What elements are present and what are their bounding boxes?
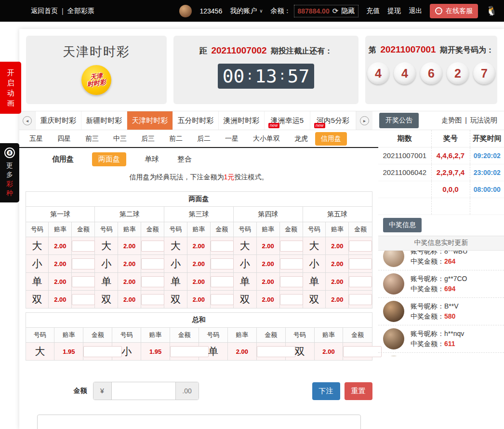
lottery-tab-3[interactable]: 天津时时彩 [127, 111, 173, 130]
draw-time: 09:20:02 [470, 147, 504, 164]
bet-amount-input[interactable] [349, 241, 372, 252]
bet-amount-input[interactable] [349, 276, 372, 287]
lottery-tab-7[interactable]: 河内5分彩new [310, 111, 356, 130]
trend-chart-link[interactable]: 走势图 [441, 116, 462, 125]
winners-subtitle: 中奖信息实时更新 [378, 236, 504, 251]
bet-amount-input[interactable] [141, 241, 164, 252]
play-tab-11[interactable]: 信用盘 [315, 132, 347, 146]
mode-tab-1[interactable]: 两面盘 [92, 152, 126, 166]
winner-name-label: 账号昵称： [411, 275, 444, 282]
bet-amount-input[interactable] [141, 276, 164, 287]
ball-header: 第五球 [303, 207, 372, 222]
home-link[interactable]: 返回首页 [31, 7, 58, 15]
play-tab-7[interactable]: 后二 [190, 133, 218, 145]
play-tab-8[interactable]: 一星 [218, 133, 246, 145]
bet-amount-input[interactable] [280, 276, 303, 287]
bet-amount-input[interactable] [72, 241, 95, 252]
online-service-button[interactable]: ⋯ 在线客服 [430, 4, 478, 18]
bet-odds: 2.00 [187, 273, 210, 291]
bet-option: 双 [26, 291, 49, 308]
play-tab-6[interactable]: 前二 [162, 133, 190, 145]
winners-info-button[interactable]: 中奖信息 [383, 218, 422, 232]
main-panel: 天津时时彩 天津 时时彩 距 20211007002 期投注截止还有： 00 :… [19, 29, 504, 429]
all-lottery-link[interactable]: 全部彩票 [67, 7, 94, 15]
bet-odds: 2.00 [314, 343, 343, 361]
draw-announcement-button[interactable]: 开奖公告 [379, 113, 419, 128]
bet-amount-input[interactable] [343, 346, 382, 357]
bet-row: 大1.95小1.95单2.00双2.00 [26, 343, 372, 361]
tabs-scroll-right-button[interactable]: ▸ [356, 111, 372, 130]
lottery-tab-6[interactable]: 澳洲幸运5new [265, 111, 310, 130]
play-tab-10[interactable]: 龙虎 [287, 133, 315, 145]
winner-amount: 694 [444, 285, 455, 293]
play-rules-link[interactable]: 玩法说明 [470, 116, 497, 125]
play-tab-2[interactable]: 四星 [50, 133, 78, 145]
my-account-label: 我的账户 [230, 7, 257, 15]
bet-amount-input[interactable] [349, 258, 372, 269]
mode-tab-list: 两面盘单球整合 [92, 152, 192, 166]
play-tab-4[interactable]: 中三 [106, 133, 134, 145]
bet-option: 大 [26, 343, 54, 361]
bet-amount-input[interactable] [72, 258, 95, 269]
column-header: 赔率 [54, 328, 83, 343]
logout-link[interactable]: 退出 [409, 7, 422, 15]
draw-history-body: 202110070014,4,6,2,709:20:02202110060422… [378, 147, 504, 214]
bet-amount-input[interactable] [211, 258, 234, 269]
lottery-tab-5[interactable]: 澳洲时时彩 [219, 111, 265, 130]
column-header: 赔率 [49, 222, 72, 237]
total-amount-input[interactable] [112, 382, 175, 400]
animation-toggle-button[interactable]: 开启动画 [0, 62, 21, 114]
refresh-icon[interactable]: ⟳ [332, 7, 339, 15]
bet-amount-input[interactable] [280, 258, 303, 269]
two-side-table-title: 两面盘 [26, 192, 372, 207]
links-separator: | [465, 116, 467, 125]
bet-amount-input[interactable] [280, 241, 303, 252]
bet-amount-input[interactable] [72, 294, 95, 305]
bet-amount-input[interactable] [141, 258, 164, 269]
withdraw-link[interactable]: 提现 [387, 7, 401, 15]
two-side-table: 两面盘第一球第二球第三球第四球第五球号码赔率金额号码赔率金额号码赔率金额号码赔率… [26, 191, 372, 308]
more-lottery-button[interactable]: 8 更多彩种 [0, 143, 19, 202]
result-balls: 44627 [365, 62, 497, 84]
play-tab-9[interactable]: 大小单双 [246, 133, 287, 145]
bet-amount-input[interactable] [141, 294, 164, 305]
lottery-tab-4[interactable]: 五分时时彩 [173, 111, 219, 130]
top-navbar: 返回首页 | 全部彩票 123456 我的账户 ∨ 余额： 887884.00 … [0, 0, 504, 22]
winner-name-label: 账号昵称： [411, 302, 444, 310]
lottery-tab-2[interactable]: 新疆时时彩 [81, 111, 127, 130]
mode-tab-2[interactable]: 单球 [145, 155, 159, 164]
recharge-link[interactable]: 充值 [366, 7, 380, 15]
play-tab-5[interactable]: 后三 [134, 133, 162, 145]
bet-amount-input[interactable] [211, 241, 234, 252]
countdown-colon: : [279, 68, 286, 82]
my-account-menu[interactable]: 我的账户 ∨ [230, 7, 263, 15]
play-tab-1[interactable]: 五星 [22, 133, 50, 145]
bet-amount-input[interactable] [257, 346, 295, 357]
bet-amount-input[interactable] [349, 294, 372, 305]
bet-amount-input[interactable] [211, 276, 234, 287]
draw-history-row: 202110060422,2,9,7,423:00:02 [378, 164, 504, 181]
winner-amount-label: 中奖金额： [411, 285, 444, 293]
column-header: 赔率 [118, 222, 141, 237]
bet-odds: 2.00 [326, 273, 349, 291]
hide-balance-button[interactable]: 隐藏 [341, 7, 355, 15]
bet-amount-input[interactable] [280, 294, 303, 305]
bet-row: 大2.00大2.00大2.00大2.00大2.00 [26, 237, 372, 255]
qq-icon[interactable]: 🐧 [486, 5, 497, 16]
notice-text-before: 信用盘为经典玩法，下注金额为 [130, 173, 224, 181]
place-bet-button[interactable]: 下注 [312, 382, 340, 400]
column-header: 金额 [141, 222, 164, 237]
bet-amount-input[interactable] [83, 346, 122, 357]
winner-amount: 611 [444, 340, 455, 348]
tabs-scroll-left-button[interactable]: ◂ [19, 111, 36, 130]
mode-tab-3[interactable]: 整合 [177, 155, 192, 164]
winner-item: 账号昵称：g**7CO中奖金额：694 [378, 270, 504, 298]
column-header: 金额 [349, 222, 372, 237]
bet-amount-input[interactable] [72, 276, 95, 287]
countdown-card: 距 20211007002 期投注截止还有： 00 : 13 : 57 [173, 36, 358, 104]
bet-amount-input[interactable] [211, 294, 234, 305]
bet-amount-input[interactable] [170, 346, 209, 357]
play-tab-3[interactable]: 前三 [78, 133, 106, 145]
lottery-tab-1[interactable]: 重庆时时彩 [36, 111, 81, 130]
reset-button[interactable]: 重置 [345, 382, 372, 400]
